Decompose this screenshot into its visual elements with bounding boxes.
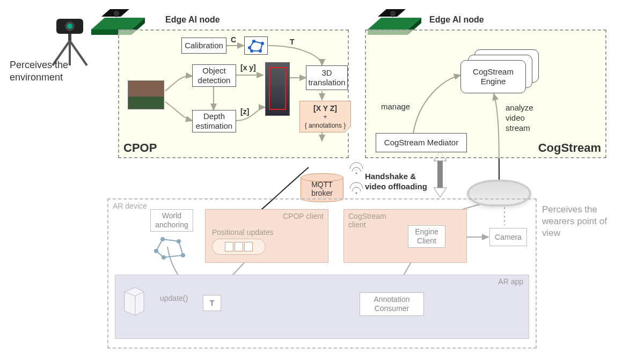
room-scene-image	[128, 80, 164, 109]
cogstream-title: CogStream	[538, 141, 601, 155]
output-note: [X Y Z] + { annotations }	[299, 101, 351, 132]
engine-client-box: Engine Client	[408, 225, 445, 248]
ar-app-panel: AR app	[115, 275, 529, 339]
svg-point-16	[113, 10, 120, 17]
svg-point-26	[259, 49, 262, 53]
anchoring-polygon-icon	[153, 235, 191, 262]
z-label: [z]	[240, 107, 249, 116]
svg-point-27	[250, 49, 253, 53]
cogstream-engine-box: CogStream Engine	[460, 60, 526, 93]
svg-point-3	[355, 172, 357, 174]
svg-point-31	[177, 239, 181, 243]
svg-point-33	[162, 255, 166, 260]
cogstream-client-label: CogStream client	[348, 212, 386, 229]
svg-marker-34	[125, 287, 144, 315]
3d-translation-box: 3D translation	[306, 65, 348, 90]
svg-point-23	[248, 46, 251, 49]
positional-updates-label: Positional updates	[212, 228, 273, 237]
update-call-label: update()	[160, 294, 188, 302]
cpop-title: CPOP	[123, 141, 157, 155]
svg-point-21	[390, 10, 396, 17]
transform-t-box: T	[203, 295, 221, 311]
ar-device-label: AR device	[113, 202, 147, 210]
world-anchoring-box: World anchoring	[150, 209, 193, 232]
object-detection-box: Object detection	[192, 64, 236, 87]
svg-point-30	[160, 237, 165, 241]
svg-line-10	[70, 41, 87, 65]
svg-point-24	[252, 40, 255, 43]
edge-node-left-label: Edge AI node	[165, 15, 220, 25]
calibration-polygon-icon	[244, 36, 268, 55]
calibration-c-label: C	[231, 35, 236, 44]
perceives-wearer-label: Perceives the wearers point of view	[542, 204, 607, 239]
svg-point-32	[181, 253, 185, 257]
calibration-box: Calibration	[181, 38, 226, 54]
annotation-consumer-box: Annotation Consumer	[360, 292, 424, 316]
cogstream-mediator-box: CogStream Mediator	[376, 133, 467, 152]
3d-object-icon	[122, 284, 146, 318]
svg-point-25	[261, 42, 264, 45]
manage-label: manage	[381, 102, 410, 112]
svg-marker-2	[434, 188, 447, 197]
analyze-label: analyze video stream	[506, 103, 533, 133]
output-vector-label: [X Y Z]	[303, 104, 347, 113]
cpop-client-label: CPOP client	[283, 212, 324, 220]
perceives-environment-label: Perceives the environment	[10, 59, 68, 84]
svg-point-4	[355, 192, 357, 194]
svg-point-29	[154, 249, 158, 253]
edge-node-right-label: Edge AI node	[429, 15, 484, 25]
handshake-label: Handshake & video offloading	[365, 172, 427, 192]
svg-point-7	[67, 24, 72, 29]
camera-box: Camera	[489, 228, 527, 246]
cogstream-client-panel: CogStream client	[343, 209, 467, 263]
cpop-client-panel: CPOP client Positional updates	[205, 209, 328, 263]
ar-app-label: AR app	[498, 277, 523, 286]
transform-t-label: T	[290, 38, 295, 46]
positional-queue-icon	[212, 239, 266, 255]
person-detection-image	[265, 62, 290, 116]
depth-estimation-box: Depth estimation	[192, 110, 236, 132]
output-annotations-label: + { annotations }	[303, 113, 347, 130]
xy-label: [x y]	[240, 63, 256, 72]
